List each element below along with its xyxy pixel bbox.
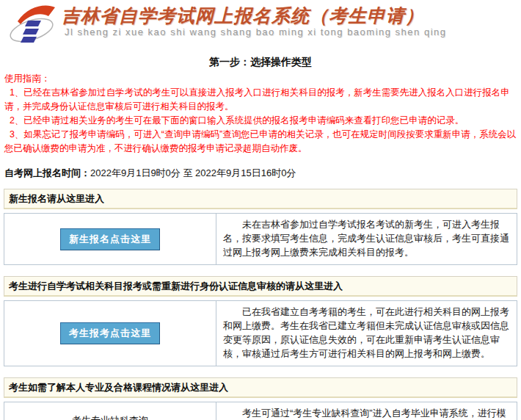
registration-time-label: 自考网上报名时间： (4, 167, 90, 178)
candidate-register-table: 考生报考点击这里 已在我省建立自考考籍的考生，可在此进行相关科目的网上报考和网上… (4, 300, 517, 366)
action-cell: 新生报名点击这里 (4, 214, 216, 265)
description-cell: 未在吉林省参加过自学考试报名考试的新考生，可进入考生报名，按要求填写考生信息，完… (216, 214, 517, 265)
row-description: 已在我省建立自考考籍的考生，可在此进行相关科目的网上报考和网上缴费。考生在我省已… (223, 305, 510, 361)
table-row: 考生专业缺科查询 考生可通过“考生专业缺科查询”进入自考毕业申请系统，进行模拟毕… (4, 402, 517, 420)
guide-heading: 使用指南： (4, 72, 517, 86)
site-title: 吉林省自学考试网上报名系统（考生申请） (62, 6, 521, 26)
section-new-student: 新生报名请从这里进入 新生报名点击这里 未在吉林省参加过自学考试报名考试的新考生… (4, 189, 517, 265)
table-row: 新生报名点击这里 未在吉林省参加过自学考试报名考试的新考生，可进入考生报名，按要… (4, 214, 517, 265)
new-student-register-button[interactable]: 新生报名点击这里 (60, 228, 160, 250)
guide-item-3: 3、如果忘记了报考申请编码，可进入“查询申请编码”查询您已申请的相关记录，也可在… (4, 128, 517, 156)
usage-guide: 使用指南： 1、已经在吉林省参加过自学考试的考生可以直接进入报考入口进行相关科目… (4, 72, 517, 156)
action-cell: 考生报考点击这里 (4, 301, 216, 366)
section-candidate-register: 考生进行自学考试相关科目报考或需重新进行身份认证信息审核的请从这里进入 考生报考… (4, 276, 517, 366)
new-student-table: 新生报名点击这里 未在吉林省参加过自学考试报名考试的新考生，可进入考生报名，按要… (4, 213, 517, 265)
site-logo-icon (9, 2, 57, 49)
table-row: 考生报考点击这里 已在我省建立自考考籍的考生，可在此进行相关科目的网上报考和网上… (4, 301, 517, 366)
queries-table: 考生专业缺科查询 考生可通过“考生专业缺科查询”进入自考毕业申请系统，进行模拟毕… (4, 402, 517, 420)
section-queries: 考生如需了解本人专业及合格课程情况请从这里进入 考生专业缺科查询 考生可通过“考… (4, 377, 517, 420)
action-cell: 考生专业缺科查询 (4, 402, 216, 420)
site-header: 吉林省自学考试网上报名系统（考生申请） Jl sheng zi xue kao … (0, 0, 521, 48)
registration-time-value: 2022年9月1日9时0分 至 2022年9月15日16时0分 (90, 167, 296, 178)
major-missing-course-query-link[interactable]: 考生专业缺科查询 (72, 415, 148, 420)
description-cell: 已在我省建立自考考籍的考生，可在此进行相关科目的网上报考和网上缴费。考生在我省已… (216, 301, 517, 366)
section-header-queries: 考生如需了解本人专业及合格课程情况请从这里进入 (4, 377, 517, 398)
candidate-exam-register-button[interactable]: 考生报考点击这里 (60, 322, 160, 344)
step-title: 第一步：选择操作类型 (0, 56, 521, 69)
guide-item-2: 2、已经申请过相关业务的考生可在最下面的窗口输入系统提供的报名报考申请编码来查看… (4, 114, 517, 128)
row-description: 考生可通过“考生专业缺科查询”进入自考毕业申请系统，进行模拟毕业申请来了解所学专… (223, 406, 510, 420)
site-title-pinyin: Jl sheng zi xue kao shi wang shang bao m… (62, 26, 521, 37)
registration-time: 自考网上报名时间：2022年9月1日9时0分 至 2022年9月15日16时0分 (4, 167, 517, 180)
guide-item-1: 1、已经在吉林省参加过自学考试的考生可以直接进入报考入口进行相关科目的报考，新考… (4, 86, 517, 114)
section-header-candidate-register: 考生进行自学考试相关科目报考或需重新进行身份认证信息审核的请从这里进入 (4, 276, 517, 297)
description-cell: 考生可通过“考生专业缺科查询”进入自考毕业申请系统，进行模拟毕业申请来了解所学专… (216, 402, 517, 420)
section-header-new-student: 新生报名请从这里进入 (4, 189, 517, 209)
row-description: 未在吉林省参加过自学考试报名考试的新考生，可进入考生报名，按要求填写考生信息，完… (223, 217, 510, 259)
